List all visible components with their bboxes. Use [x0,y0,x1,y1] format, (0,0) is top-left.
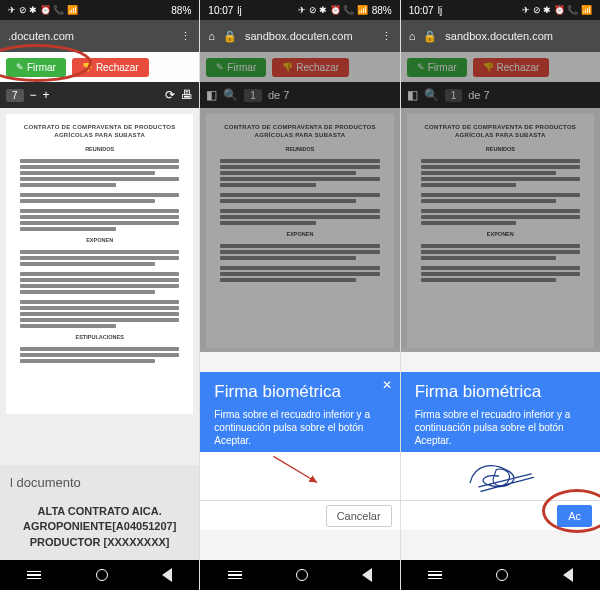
doc-info-heading: l documento [10,475,189,490]
sec-reunidos: REUNIDOS [20,146,179,153]
status-icons: ✈ ⊘ ✱ ⏰ 📞 📶 [298,5,368,15]
doc-page: CONTRATO DE COMPRAVENTA DE PRODUCTOS AGR… [6,114,193,414]
battery-pct: 88% [171,5,191,16]
home-icon[interactable]: ⌂ [208,30,215,42]
soft-nav [0,560,199,590]
nav-recent-icon[interactable] [428,571,442,580]
phone-middle: 10:07 lj ✈ ⊘ ✱ ⏰ 📞 📶 88% ⌂ 🔒 sandbox.doc… [200,0,400,590]
modal-body: Firma sobre el recuadro inferior y a con… [214,408,385,447]
nav-home-icon[interactable] [96,569,108,581]
status-bar: ✈ ⊘ ✱ ⏰ 📞 📶 88% [0,0,199,20]
nav-back-icon[interactable] [162,568,172,582]
browser-bar: ⌂ 🔒 sandbox.docuten.com ⋮ [200,20,399,52]
nav-home-icon[interactable] [296,569,308,581]
thumbs-down-icon: 👎 [82,62,93,72]
modal-footer: Ac [401,500,600,530]
doc-title: CONTRATO DE COMPRAVENTA DE PRODUCTOS AGR… [20,124,179,140]
action-row: ✎ Firmar 👎 Rechazar [0,52,199,82]
browser-bar: ⌂ 🔒 sandbox.docuten.com [401,20,600,52]
signature-pad[interactable] [401,452,600,500]
reject-label: Rechazar [96,62,139,73]
status-icons: ✈ ⊘ ✱ ⏰ 📞 📶 [8,5,78,15]
dim-overlay [200,52,399,352]
modal-body: Firma sobre el recuadro inferior y a con… [415,408,586,447]
url-text: .docuten.com [8,30,172,42]
doc-info-panel: l documento ALTA CONTRATO AICA. AGROPONI… [0,465,199,560]
modal-title: Firma biométrica [214,382,385,402]
url-text: sandbox.docuten.com [445,30,592,42]
zoom-out-icon[interactable]: − [30,88,37,102]
nav-back-icon[interactable] [362,568,372,582]
modal-footer: Cancelar [200,500,399,530]
zoom-in-icon[interactable]: + [43,88,50,102]
page-current: 7 [6,89,24,102]
lock-icon: 🔒 [223,30,237,43]
sec-estip: ESTIPULACIONES [20,334,179,341]
menu-icon[interactable]: ⋮ [381,30,392,43]
doc-view[interactable]: CONTRATO DE COMPRAVENTA DE PRODUCTOS AGR… [0,108,199,465]
biometric-modal: Firma biométrica Firma sobre el recuadro… [401,372,600,461]
print-icon[interactable]: 🖶 [181,88,193,102]
sec-exponen: EXPONEN [20,237,179,244]
dim-overlay [401,52,600,352]
home-icon[interactable]: ⌂ [409,30,416,42]
cancel-button[interactable]: Cancelar [326,505,392,527]
browser-bar: .docuten.com ⋮ [0,20,199,52]
close-icon[interactable]: ✕ [382,378,392,392]
soft-nav [200,560,399,590]
soft-nav [401,560,600,590]
pen-icon: ✎ [16,62,24,72]
signature-stroke [401,452,600,500]
doc-toolbar: 7 − + ⟳ 🖶 [0,82,199,108]
arrow-annotation [200,452,399,500]
svg-line-0 [274,456,318,482]
reject-button[interactable]: 👎 Rechazar [72,58,149,77]
battery-pct: 88% [372,5,392,16]
menu-icon[interactable]: ⋮ [180,30,191,43]
nav-recent-icon[interactable] [27,571,41,580]
phone-left: ✈ ⊘ ✱ ⏰ 📞 📶 88% .docuten.com ⋮ ✎ Firmar … [0,0,200,590]
signature-pad[interactable] [200,452,399,500]
phone-right: 10:07 lj ✈ ⊘ ✱ ⏰ 📞 📶 ⌂ 🔒 sandbox.docuten… [401,0,600,590]
url-text: sandbox.docuten.com [245,30,373,42]
status-bar: 10:07 lj ✈ ⊘ ✱ ⏰ 📞 📶 88% [200,0,399,20]
nav-recent-icon[interactable] [228,571,242,580]
doc-info-text: ALTA CONTRATO AICA. AGROPONIENTE[A040512… [10,504,189,550]
sign-label: Firmar [27,62,56,73]
biometric-modal: ✕ Firma biométrica Firma sobre el recuad… [200,372,399,461]
status-time: 10:07 [208,5,233,16]
rotate-icon[interactable]: ⟳ [165,88,175,102]
modal-title: Firma biométrica [415,382,586,402]
lock-icon: 🔒 [423,30,437,43]
status-carrier: lj [237,5,241,16]
status-bar: 10:07 lj ✈ ⊘ ✱ ⏰ 📞 📶 [401,0,600,20]
nav-back-icon[interactable] [563,568,573,582]
accept-button[interactable]: Ac [557,505,592,527]
nav-home-icon[interactable] [496,569,508,581]
sign-button[interactable]: ✎ Firmar [6,58,66,77]
